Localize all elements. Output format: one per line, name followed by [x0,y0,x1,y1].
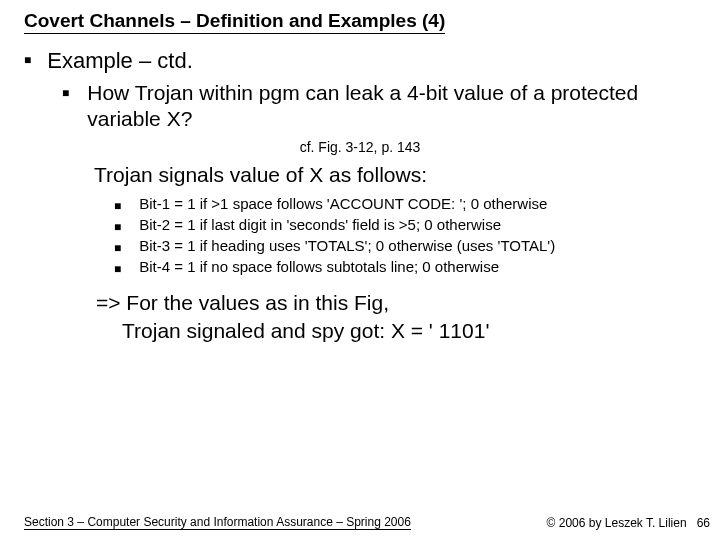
bullet-lvl1: ■ Example – ctd. [24,48,696,74]
slide: Covert Channels – Definition and Example… [0,0,720,540]
lvl2-text: How Trojan within pgm can leak a 4-bit v… [87,80,696,133]
bullet-lvl2: ■ How Trojan within pgm can leak a 4-bit… [62,80,696,133]
list-item: ■ Bit-1 = 1 if >1 space follows 'ACCOUNT… [114,195,696,212]
bit-text: Bit-1 = 1 if >1 space follows 'ACCOUNT C… [139,195,547,212]
square-bullet-icon: ■ [114,263,121,275]
footer-copyright: © 2006 by Leszek T. Lilien [547,516,687,530]
square-bullet-icon: ■ [62,87,69,99]
list-item: ■ Bit-2 = 1 if last digit in 'seconds' f… [114,216,696,233]
conclusion-line-2: Trojan signaled and spy got: X = ' 1101' [122,317,696,345]
bit-text: Bit-4 = 1 if no space follows subtotals … [139,258,499,275]
list-item: ■ Bit-3 = 1 if heading uses 'TOTALS'; 0 … [114,237,696,254]
bits-list: ■ Bit-1 = 1 if >1 space follows 'ACCOUNT… [114,195,696,275]
footer-right-group: © 2006 by Leszek T. Lilien 66 [547,516,710,530]
signal-intro: Trojan signals value of X as follows: [94,163,696,187]
page-number: 66 [697,516,710,530]
bit-text: Bit-3 = 1 if heading uses 'TOTALS'; 0 ot… [139,237,555,254]
conclusion-line-1: => For the values as in this Fig, [96,289,696,317]
square-bullet-icon: ■ [114,200,121,212]
footer: Section 3 – Computer Security and Inform… [24,515,710,530]
lvl1-text: Example – ctd. [47,48,193,74]
square-bullet-icon: ■ [114,242,121,254]
figure-reference: cf. Fig. 3-12, p. 143 [24,139,696,155]
list-item: ■ Bit-4 = 1 if no space follows subtotal… [114,258,696,275]
slide-title: Covert Channels – Definition and Example… [24,10,445,34]
square-bullet-icon: ■ [24,54,31,66]
square-bullet-icon: ■ [114,221,121,233]
bit-text: Bit-2 = 1 if last digit in 'seconds' fie… [139,216,501,233]
conclusion: => For the values as in this Fig, Trojan… [96,289,696,346]
footer-left: Section 3 – Computer Security and Inform… [24,515,411,530]
